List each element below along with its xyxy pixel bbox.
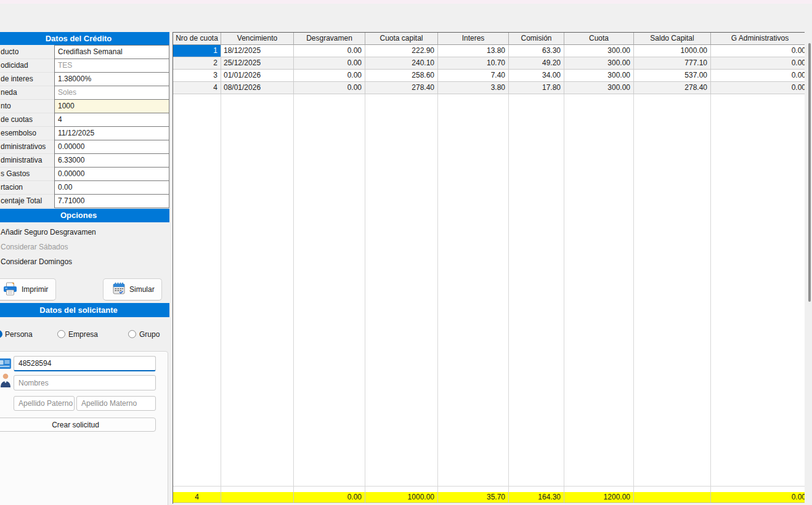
grid-cell[interactable]: 3: [173, 70, 221, 82]
grid-cell[interactable]: 258.60: [365, 70, 438, 82]
tasa-interes-field[interactable]: 1.38000%: [54, 72, 169, 86]
grid-empty-area: [173, 94, 805, 492]
grid-cell[interactable]: 0.00: [294, 82, 365, 94]
grid-cell[interactable]: 01/01/2026: [221, 70, 294, 82]
grid-row[interactable]: 1 18/12/2025 0.00 222.90 13.80 63.30 300…: [173, 45, 805, 57]
grid-cell[interactable]: 0.00: [294, 57, 365, 70]
field-label: esembolso: [0, 126, 54, 140]
radio-empresa-label[interactable]: Empresa: [68, 330, 98, 339]
options-title: Opciones: [60, 211, 97, 220]
totals-cell: 4: [173, 492, 221, 503]
grid-row[interactable]: 2 25/12/2025 0.00 240.10 10.70 49.20 300…: [173, 57, 805, 70]
field-label: de cuotas: [0, 113, 54, 127]
print-button-label: Imprimir: [22, 285, 48, 294]
field-label: rtacion: [0, 180, 54, 195]
desembolso-field[interactable]: 11/12/2025: [54, 126, 169, 140]
grid-totals-row: 4 0.00 1000.00 35.70 164.30 1200.00 0.00: [173, 492, 805, 503]
credit-panel-title: Datos del Crédito: [46, 34, 112, 43]
grid-row[interactable]: 4 08/01/2026 0.00 278.40 3.80 17.80 300.…: [173, 82, 805, 94]
grid-cell[interactable]: 0.00: [711, 45, 805, 57]
monto-field[interactable]: 1000: [54, 99, 169, 113]
grid-cell[interactable]: 08/01/2026: [221, 82, 294, 94]
grid-cell[interactable]: 300.00: [564, 45, 634, 57]
radio-grupo-label[interactable]: Grupo: [139, 330, 160, 339]
simulate-button[interactable]: Simular: [103, 278, 162, 301]
radio-persona[interactable]: [0, 330, 2, 338]
grid-cell[interactable]: 3.80: [438, 82, 509, 94]
porcentaje-total-field[interactable]: 7.71000: [54, 194, 169, 208]
grid-cell[interactable]: 300.00: [564, 70, 634, 82]
grid-column-header[interactable]: Cuota capital: [365, 33, 438, 45]
schedule-grid: Nro de cuota Vencimiento Desgravamen Cuo…: [173, 32, 805, 504]
otros-gastos-field[interactable]: 0.00000: [54, 167, 169, 181]
grid-cell[interactable]: 537.00: [634, 70, 711, 82]
aportacion-field[interactable]: 0.00: [54, 180, 169, 195]
grid-cell[interactable]: 63.30: [509, 45, 564, 57]
printer-icon: [3, 282, 18, 297]
grid-header-row: Nro de cuota Vencimiento Desgravamen Cuo…: [173, 33, 805, 45]
grid-cell[interactable]: 222.90: [365, 45, 438, 57]
grid-cell[interactable]: 0.00: [711, 82, 805, 94]
grid-cell[interactable]: 300.00: [564, 82, 634, 94]
surname-father-input[interactable]: [14, 396, 75, 411]
radio-grupo[interactable]: [128, 330, 136, 338]
calendar-icon: [112, 282, 126, 297]
checkbox-considerar-domingos[interactable]: Considerar Domingos: [1, 257, 72, 266]
surname-mother-input[interactable]: [76, 396, 156, 411]
grid-cell[interactable]: 7.40: [438, 70, 509, 82]
grid-cell[interactable]: 0.00: [294, 45, 365, 57]
grid-column-header[interactable]: Nro de cuota: [173, 33, 221, 45]
radio-persona-label[interactable]: Persona: [5, 330, 33, 339]
grid-cell[interactable]: 0.00: [711, 57, 805, 70]
grid-cell[interactable]: 4: [173, 82, 221, 94]
field-label: dministrativos: [0, 140, 54, 154]
grid-column-header[interactable]: G Administrativos: [711, 33, 805, 45]
grid-column-header[interactable]: Comisión: [509, 33, 564, 45]
field-row-periodicidad: odicidad TES: [0, 59, 169, 73]
grid-cell[interactable]: 1000.00: [634, 45, 711, 57]
field-row-porcentaje-total: centaje Total 7.71000: [0, 194, 169, 208]
grid-cell-selected[interactable]: 1: [173, 45, 221, 57]
options-header: Opciones: [0, 209, 169, 222]
grid-column-header[interactable]: Cuota: [564, 33, 634, 45]
g-administrativos-field[interactable]: 0.00000: [54, 140, 169, 154]
grid-column-header[interactable]: Desgravamen: [294, 33, 365, 45]
grid-cell[interactable]: 777.10: [634, 57, 711, 70]
producto-field[interactable]: Crediflash Semanal: [54, 45, 169, 59]
grid-cell[interactable]: 2: [173, 57, 221, 70]
periodicidad-field: TES: [54, 59, 169, 73]
grid-cell[interactable]: 278.40: [634, 82, 711, 94]
grid-cell[interactable]: 278.40: [365, 82, 438, 94]
radio-empresa[interactable]: [57, 330, 65, 338]
grid-column-header[interactable]: Interes: [438, 33, 509, 45]
administrativa-field[interactable]: 6.33000: [54, 153, 169, 168]
document-number-input[interactable]: [14, 356, 156, 371]
grid-cell[interactable]: 18/12/2025: [221, 45, 294, 57]
grid-cell[interactable]: 10.70: [438, 57, 509, 70]
totals-cell: 164.30: [509, 492, 564, 503]
grid-cell[interactable]: 34.00: [509, 70, 564, 82]
grid-cell[interactable]: 0.00: [711, 70, 805, 82]
grid-cell[interactable]: 17.80: [509, 82, 564, 94]
grid-cell[interactable]: 13.80: [438, 45, 509, 57]
nro-cuotas-field[interactable]: 4: [54, 113, 169, 127]
grid-cell[interactable]: 300.00: [564, 57, 634, 70]
totals-cell: 35.70: [438, 492, 509, 503]
grid-cell[interactable]: 240.10: [365, 57, 438, 70]
field-row-moneda: neda Soles: [0, 86, 169, 100]
checkbox-seguro-desgravamen[interactable]: Añadir Seguro Desgravamen: [1, 228, 96, 236]
names-input[interactable]: [14, 375, 156, 390]
vertical-scrollbar[interactable]: [808, 43, 811, 302]
create-request-button[interactable]: Crear solicitud: [0, 418, 156, 432]
grid-row[interactable]: 3 01/01/2026 0.00 258.60 7.40 34.00 300.…: [173, 70, 805, 82]
field-row-administrativa: dministrativa 6.33000: [0, 153, 169, 168]
field-row-producto: ducto Crediflash Semanal: [0, 45, 169, 59]
app-window: Datos del Crédito ducto Crediflash Seman…: [0, 0, 812, 505]
field-row-g-administrativos: dministrativos 0.00000: [0, 140, 169, 154]
grid-cell[interactable]: 0.00: [294, 70, 365, 82]
grid-column-header[interactable]: Saldo Capital: [634, 33, 711, 45]
print-button[interactable]: Imprimir: [0, 278, 56, 301]
grid-cell[interactable]: 25/12/2025: [221, 57, 294, 70]
grid-column-header[interactable]: Vencimiento: [221, 33, 294, 45]
grid-cell[interactable]: 49.20: [509, 57, 564, 70]
